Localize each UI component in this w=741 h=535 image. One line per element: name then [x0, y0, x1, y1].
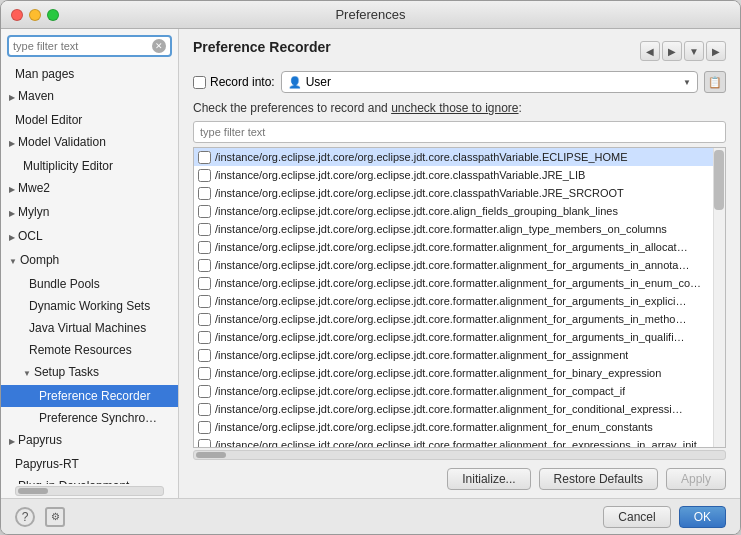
filter-input[interactable] [200, 126, 719, 138]
pref-item-checkbox[interactable] [198, 331, 211, 344]
preferences-window: Preferences ✕ Man pages Maven Model Edit… [0, 0, 741, 535]
pref-list-item[interactable]: /instance/org.eclipse.jdt.core/org.eclip… [194, 166, 725, 184]
pref-item-checkbox[interactable] [198, 169, 211, 182]
pref-list-item[interactable]: /instance/org.eclipse.jdt.core/org.eclip… [194, 418, 725, 436]
pref-list-item[interactable]: /instance/org.eclipse.jdt.core/org.eclip… [194, 310, 725, 328]
pref-list-item[interactable]: /instance/org.eclipse.jdt.core/org.eclip… [194, 364, 725, 382]
sidebar-item-setup-tasks[interactable]: Setup Tasks [1, 361, 178, 385]
apply-button[interactable]: Apply [666, 468, 726, 490]
pref-list-item[interactable]: /instance/org.eclipse.jdt.core/org.eclip… [194, 202, 725, 220]
nav-arrows: ◀ ▶ ▼ ▶ [640, 41, 726, 61]
sidebar-item-plug-in-dev[interactable]: Plug-in Development [1, 475, 178, 484]
sidebar-item-java-virtual[interactable]: Java Virtual Machines [1, 317, 178, 339]
maximize-button[interactable] [47, 9, 59, 21]
search-clear-button[interactable]: ✕ [152, 39, 166, 53]
sidebar-item-mylyn[interactable]: Mylyn [1, 201, 178, 225]
nav-back-button[interactable]: ◀ [640, 41, 660, 61]
sidebar-item-remote-resources[interactable]: Remote Resources [1, 339, 178, 361]
sidebar-item-pref-recorder[interactable]: Preference Recorder [1, 385, 178, 407]
pref-item-checkbox[interactable] [198, 313, 211, 326]
window-title: Preferences [335, 7, 405, 22]
cancel-button[interactable]: Cancel [603, 506, 670, 528]
pref-item-checkbox[interactable] [198, 367, 211, 380]
pref-list-item[interactable]: /instance/org.eclipse.jdt.core/org.eclip… [194, 256, 725, 274]
pref-item-text: /instance/org.eclipse.jdt.core/org.eclip… [215, 437, 708, 447]
ok-button[interactable]: OK [679, 506, 726, 528]
sidebar-item-bundle-pools[interactable]: Bundle Pools [1, 273, 178, 295]
sidebar-item-man-pages[interactable]: Man pages [1, 63, 178, 85]
restore-defaults-button[interactable]: Restore Defaults [539, 468, 658, 490]
record-into-label[interactable]: Record into: [193, 75, 275, 89]
record-into-checkbox[interactable] [193, 76, 206, 89]
settings-icon[interactable]: ⚙ [45, 507, 65, 527]
nav-down-button[interactable]: ▼ [684, 41, 704, 61]
pref-item-checkbox[interactable] [198, 295, 211, 308]
record-into-text: Record into: [210, 75, 275, 89]
pref-list[interactable]: /instance/org.eclipse.jdt.core/org.eclip… [194, 148, 725, 447]
help-icon[interactable]: ? [15, 507, 35, 527]
pref-list-item[interactable]: /instance/org.eclipse.jdt.core/org.eclip… [194, 400, 725, 418]
pref-item-checkbox[interactable] [198, 151, 211, 164]
pref-list-item[interactable]: /instance/org.eclipse.jdt.core/org.eclip… [194, 328, 725, 346]
pref-list-item[interactable]: /instance/org.eclipse.jdt.core/org.eclip… [194, 220, 725, 238]
pref-item-checkbox[interactable] [198, 277, 211, 290]
vertical-scrollbar[interactable] [713, 148, 725, 447]
sidebar-item-model-validation[interactable]: Model Validation [1, 131, 178, 155]
sidebar-item-mwe2[interactable]: Mwe2 [1, 177, 178, 201]
instruction-text: Check the preferences to record and unch… [193, 101, 726, 115]
pref-item-text: /instance/org.eclipse.jdt.core/org.eclip… [215, 257, 689, 273]
pref-item-text: /instance/org.eclipse.jdt.core/org.eclip… [215, 401, 683, 417]
sidebar-horizontal-scrollbar[interactable] [15, 486, 164, 496]
nav-forward-button[interactable]: ▶ [662, 41, 682, 61]
pref-item-checkbox[interactable] [198, 421, 211, 434]
pref-item-checkbox[interactable] [198, 439, 211, 448]
pref-item-checkbox[interactable] [198, 403, 211, 416]
pref-horizontal-scrollbar[interactable] [193, 450, 726, 460]
pref-list-item[interactable]: /instance/org.eclipse.jdt.core/org.eclip… [194, 346, 725, 364]
sidebar-item-dynamic-working[interactable]: Dynamic Working Sets [1, 295, 178, 317]
pref-item-text: /instance/org.eclipse.jdt.core/org.eclip… [215, 221, 667, 237]
pref-item-text: /instance/org.eclipse.jdt.core/org.eclip… [215, 329, 685, 345]
sidebar: ✕ Man pages Maven Model Editor Model Val… [1, 29, 179, 498]
sidebar-item-oomph[interactable]: Oomph [1, 249, 178, 273]
pref-list-item[interactable]: /instance/org.eclipse.jdt.core/org.eclip… [194, 274, 725, 292]
nav-menu-button[interactable]: ▶ [706, 41, 726, 61]
pref-item-checkbox[interactable] [198, 259, 211, 272]
pref-item-checkbox[interactable] [198, 241, 211, 254]
sidebar-item-model-editor[interactable]: Model Editor [1, 109, 178, 131]
sidebar-item-multiplicity-editor[interactable]: Multiplicity Editor [1, 155, 178, 177]
toolbar-action-button[interactable]: 📋 [704, 71, 726, 93]
pref-item-checkbox[interactable] [198, 205, 211, 218]
filter-input-row[interactable] [193, 121, 726, 143]
footer-bar: ? ⚙ Cancel OK [1, 498, 740, 534]
pref-item-text: /instance/org.eclipse.jdt.core/org.eclip… [215, 167, 585, 183]
pref-list-item[interactable]: /instance/org.eclipse.jdt.core/org.eclip… [194, 436, 725, 447]
panel-title: Preference Recorder [193, 39, 331, 55]
pref-item-checkbox[interactable] [198, 187, 211, 200]
pref-list-item[interactable]: /instance/org.eclipse.jdt.core/org.eclip… [194, 292, 725, 310]
search-input[interactable] [13, 40, 152, 52]
pref-list-item[interactable]: /instance/org.eclipse.jdt.core/org.eclip… [194, 184, 725, 202]
pref-item-text: /instance/org.eclipse.jdt.core/org.eclip… [215, 419, 653, 435]
minimize-button[interactable] [29, 9, 41, 21]
sidebar-item-maven[interactable]: Maven [1, 85, 178, 109]
user-dropdown[interactable]: 👤 User ▼ [281, 71, 698, 93]
pref-list-item[interactable]: /instance/org.eclipse.jdt.core/org.eclip… [194, 238, 725, 256]
initialize-button[interactable]: Initialize... [447, 468, 530, 490]
sidebar-item-pref-synchro[interactable]: Preference Synchro… [1, 407, 178, 429]
pref-item-text: /instance/org.eclipse.jdt.core/org.eclip… [215, 347, 628, 363]
pref-list-item[interactable]: /instance/org.eclipse.jdt.core/org.eclip… [194, 382, 725, 400]
pref-item-checkbox[interactable] [198, 223, 211, 236]
pref-item-text: /instance/org.eclipse.jdt.core/org.eclip… [215, 239, 688, 255]
pref-item-text: /instance/org.eclipse.jdt.core/org.eclip… [215, 275, 701, 291]
pref-scroll-thumb [196, 452, 226, 458]
pref-item-checkbox[interactable] [198, 349, 211, 362]
pref-list-item[interactable]: /instance/org.eclipse.jdt.core/org.eclip… [194, 148, 725, 166]
pref-list-container: /instance/org.eclipse.jdt.core/org.eclip… [193, 147, 726, 448]
close-button[interactable] [11, 9, 23, 21]
sidebar-item-papyrus-rt[interactable]: Papyrus-RT [1, 453, 178, 475]
sidebar-item-ocl[interactable]: OCL [1, 225, 178, 249]
search-box[interactable]: ✕ [7, 35, 172, 57]
pref-item-checkbox[interactable] [198, 385, 211, 398]
sidebar-item-papyrus[interactable]: Papyrus [1, 429, 178, 453]
